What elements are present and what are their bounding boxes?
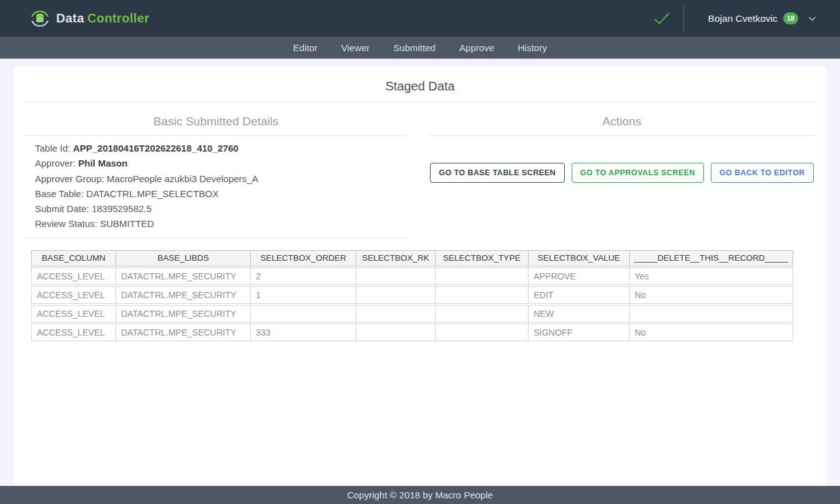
app-title: DataController xyxy=(56,11,150,26)
table-cell: EDIT xyxy=(528,286,629,304)
table-body: ACCESS_LEVELDATACTRL.MPE_SECURITY2APPROV… xyxy=(31,268,793,341)
table-cell xyxy=(435,324,528,341)
details-section-title: Basic Submitted Details xyxy=(25,115,407,128)
detail-value: DATACTRL.MPE_SELECTBOX xyxy=(86,188,218,199)
column-header: SELECTBOX_TYPE xyxy=(435,250,528,266)
table-cell: 2 xyxy=(250,268,356,285)
table-cell: 333 xyxy=(250,324,356,341)
detail-value: SUBMITTED xyxy=(100,218,154,229)
table-cell xyxy=(435,305,528,322)
column-header: BASE_LIBDS xyxy=(115,250,250,266)
column-header: SELECTBOX_RK xyxy=(356,250,435,266)
table-row: ACCESS_LEVELDATACTRL.MPE_SECURITY1EDITNo xyxy=(31,286,793,304)
detail-label: Submit Date: xyxy=(35,203,89,214)
detail-value: APP_20180416T202622618_410_2760 xyxy=(73,143,238,153)
detail-value: Phil Mason xyxy=(78,158,127,168)
column-header: _____DELETE__THIS__RECORD_____ xyxy=(629,250,793,266)
table-row: ACCESS_LEVELDATACTRL.MPE_SECURITYNEW xyxy=(31,305,793,322)
user-menu[interactable]: Bojan Cvetkovic 18 xyxy=(708,12,816,24)
detail-label: Table Id: xyxy=(35,143,71,153)
actions-section: Actions GO TO BASE TABLE SCREENGO TO APP… xyxy=(429,102,815,183)
go-to-approvals-screen-button[interactable]: GO TO APPROVALS SCREEN xyxy=(572,163,704,183)
table-row: ACCESS_LEVELDATACTRL.MPE_SECURITY2APPROV… xyxy=(31,268,793,285)
header-right: Bojan Cvetkovic 18 xyxy=(653,6,816,31)
detail-row: Approver: Phil Mason xyxy=(35,156,407,171)
detail-row: Submit Date: 1839529582.5 xyxy=(35,201,407,216)
table-cell: SIGNOFF xyxy=(528,324,629,341)
basic-submitted-details-section: Basic Submitted Details Table Id: APP_20… xyxy=(25,102,407,238)
details-actions-columns: Basic Submitted Details Table Id: APP_20… xyxy=(25,102,815,238)
detail-row: Base Table: DATACTRL.MPE_SELECTBOX xyxy=(35,187,407,201)
user-name: Bojan Cvetkovic xyxy=(708,13,778,24)
table-cell: No xyxy=(629,324,793,341)
detail-row: Table Id: APP_20180416T202622618_410_276… xyxy=(35,141,407,156)
table-cell: DATACTRL.MPE_SECURITY xyxy=(115,305,250,322)
nav: EditorViewerSubmittedApproveHistory xyxy=(0,37,840,59)
app-title-secondary: Controller xyxy=(87,11,150,25)
check-icon xyxy=(653,12,670,25)
table-cell: No xyxy=(629,286,793,304)
nav-item-approve[interactable]: Approve xyxy=(459,42,494,53)
app-title-primary: Data xyxy=(56,11,84,25)
main-area: Staged Data Basic Submitted Details Tabl… xyxy=(0,59,840,486)
database-sync-icon xyxy=(30,9,50,29)
page-title: Staged Data xyxy=(25,79,815,94)
table-cell: 1 xyxy=(250,286,356,304)
column-header: SELECTBOX_ORDER xyxy=(250,250,356,266)
staged-data-card: Staged Data Basic Submitted Details Tabl… xyxy=(14,67,826,486)
divider xyxy=(429,135,815,136)
table-cell: APPROVE xyxy=(528,268,629,285)
staged-data-table-wrap: BASE_COLUMNBASE_LIBDSSELECTBOX_ORDERSELE… xyxy=(31,249,809,342)
detail-value: 1839529582.5 xyxy=(92,203,152,214)
table-cell xyxy=(435,286,528,304)
staged-data-table: BASE_COLUMNBASE_LIBDSSELECTBOX_ORDERSELE… xyxy=(31,249,793,342)
table-cell xyxy=(250,305,356,322)
table-header-row: BASE_COLUMNBASE_LIBDSSELECTBOX_ORDERSELE… xyxy=(31,250,793,266)
chevron-down-icon xyxy=(808,16,816,21)
actions-section-title: Actions xyxy=(429,115,815,128)
detail-row: Approver Group: MacroPeople azukbi3 Deve… xyxy=(35,172,407,187)
table-cell xyxy=(629,305,793,322)
actions-buttons: GO TO BASE TABLE SCREENGO TO APPROVALS S… xyxy=(429,163,815,183)
detail-label: Base Table: xyxy=(35,188,84,199)
detail-label: Review Status: xyxy=(35,218,97,229)
table-row: ACCESS_LEVELDATACTRL.MPE_SECURITY333SIGN… xyxy=(31,324,793,341)
top-header: DataController Bojan Cvetkovic 18 xyxy=(0,0,840,37)
footer: Copyright © 2018 by Macro People xyxy=(0,486,840,504)
table-cell xyxy=(435,268,528,285)
table-cell: DATACTRL.MPE_SECURITY xyxy=(115,324,250,341)
nav-item-editor[interactable]: Editor xyxy=(293,42,318,53)
go-to-base-table-screen-button[interactable]: GO TO BASE TABLE SCREEN xyxy=(430,163,564,183)
table-cell: NEW xyxy=(528,305,629,322)
notification-badge: 18 xyxy=(783,12,798,24)
detail-value: MacroPeople azukbi3 Developers_A xyxy=(107,173,258,184)
detail-row: Review Status: SUBMITTED xyxy=(35,216,407,231)
table-cell xyxy=(356,286,435,304)
table-cell: DATACTRL.MPE_SECURITY xyxy=(115,286,250,304)
detail-label: Approver Group: xyxy=(35,173,104,184)
detail-label: Approver: xyxy=(35,158,76,168)
table-cell: Yes xyxy=(629,268,793,285)
table-cell xyxy=(356,268,435,285)
table-cell: ACCESS_LEVEL xyxy=(31,324,115,341)
divider xyxy=(25,238,407,238)
divider xyxy=(25,135,407,136)
table-cell: ACCESS_LEVEL xyxy=(31,286,115,304)
column-header: BASE_COLUMN xyxy=(31,250,115,266)
table-cell xyxy=(356,324,435,341)
nav-item-history[interactable]: History xyxy=(518,42,547,53)
nav-item-viewer[interactable]: Viewer xyxy=(341,42,370,53)
table-cell xyxy=(356,305,435,322)
column-header: SELECTBOX_VALUE xyxy=(528,250,629,266)
details-list: Table Id: APP_20180416T202622618_410_276… xyxy=(25,141,407,232)
app-logo: DataController xyxy=(30,9,150,29)
nav-item-submitted[interactable]: Submitted xyxy=(393,42,436,53)
table-cell: DATACTRL.MPE_SECURITY xyxy=(115,268,250,285)
copyright-text: Copyright © 2018 by Macro People xyxy=(347,490,493,500)
table-cell: ACCESS_LEVEL xyxy=(31,305,115,322)
header-divider xyxy=(683,6,684,31)
go-back-to-editor-button[interactable]: GO BACK TO EDITOR xyxy=(711,163,814,183)
table-cell: ACCESS_LEVEL xyxy=(31,268,115,285)
